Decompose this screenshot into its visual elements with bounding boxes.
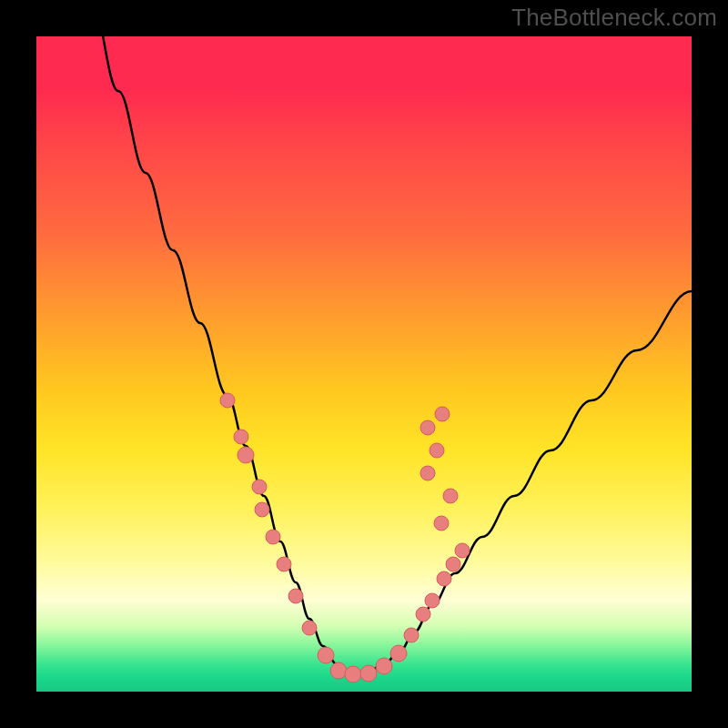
- data-marker: [416, 607, 430, 622]
- data-marker: [420, 420, 435, 435]
- data-marker: [437, 571, 451, 586]
- data-marker: [266, 530, 280, 544]
- data-marker: [318, 647, 334, 663]
- data-marker: [420, 466, 435, 480]
- plot-area: [36, 36, 692, 692]
- data-marker: [255, 502, 269, 517]
- data-marker: [234, 430, 248, 444]
- data-marker: [277, 557, 291, 571]
- data-marker: [430, 443, 444, 458]
- data-marker: [345, 666, 361, 682]
- data-marker: [443, 489, 458, 503]
- data-marker: [425, 593, 440, 608]
- data-marker: [330, 662, 347, 679]
- data-marker: [252, 480, 267, 494]
- watermark-text: TheBottleneck.com: [511, 4, 717, 32]
- data-marker: [302, 621, 317, 635]
- data-marker: [435, 407, 450, 421]
- data-marker: [446, 557, 460, 571]
- data-marker: [434, 516, 449, 531]
- data-marker: [390, 645, 407, 662]
- data-marker: [404, 628, 419, 642]
- data-marker: [288, 589, 303, 603]
- plot-svg: [36, 36, 692, 692]
- bottleneck-curve: [91, 36, 692, 673]
- data-marker: [455, 543, 470, 558]
- data-marker: [220, 393, 235, 408]
- data-marker: [376, 658, 392, 674]
- data-marker: [238, 447, 254, 463]
- markers-group: [220, 393, 470, 682]
- data-marker: [360, 665, 377, 682]
- chart-frame: TheBottleneck.com: [0, 0, 728, 728]
